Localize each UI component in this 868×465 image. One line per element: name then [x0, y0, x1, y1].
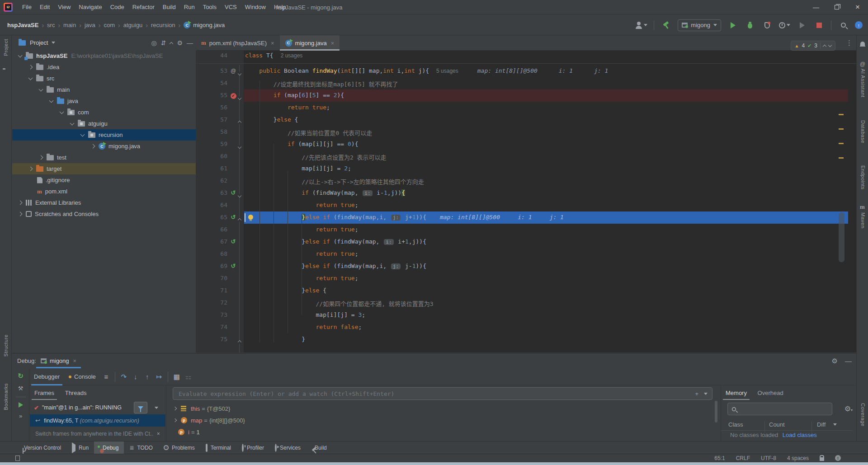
toolbar-item-services[interactable]: Services	[269, 442, 306, 454]
status-panel-icon[interactable]	[15, 456, 20, 461]
tab-debugger[interactable]: Debugger	[29, 368, 64, 385]
chevron-down-icon[interactable]	[60, 109, 64, 114]
menu-run[interactable]: Run	[180, 0, 199, 14]
line-number[interactable]: 58	[202, 128, 227, 135]
debug-minimize-icon[interactable]: —	[845, 357, 852, 365]
debug-session-tab[interactable]: migong ×	[36, 353, 81, 368]
line-number[interactable]: 60	[202, 153, 227, 160]
line-number[interactable]: 53	[202, 67, 227, 74]
editor-tab-migong-java[interactable]: Cmigong.java×	[280, 35, 340, 51]
fold-marker[interactable]	[236, 143, 242, 150]
tab-frames[interactable]: Frames	[30, 385, 59, 400]
toolbar-item-debug[interactable]: Debug	[94, 442, 124, 454]
menu-navigate[interactable]: Navigate	[75, 0, 106, 14]
tree-item--idea[interactable]: .idea	[12, 61, 196, 73]
tree-item-migong-java[interactable]: Cmigong.java	[12, 141, 196, 152]
indent-setting[interactable]: 4 spaces	[787, 455, 809, 461]
close-icon[interactable]: ×	[73, 357, 77, 364]
memory-settings-gear-icon[interactable]: ⚙▾	[844, 404, 853, 413]
breadcrumb-item-migong.java[interactable]: migong.java	[193, 22, 225, 28]
debug-settings-gear-icon[interactable]: ⚙	[832, 357, 838, 365]
line-number[interactable]: 70	[202, 275, 227, 282]
menu-build[interactable]: Build	[159, 0, 180, 14]
menu-tools[interactable]: Tools	[199, 0, 221, 14]
add-watch-icon[interactable]: +	[695, 390, 698, 397]
show-execution-point-button[interactable]: ≡	[100, 373, 112, 380]
chevron-right-icon[interactable]	[18, 201, 23, 205]
chevron-right-icon[interactable]	[28, 65, 33, 70]
fold-marker[interactable]	[236, 338, 242, 345]
fold-marker[interactable]	[236, 192, 242, 198]
fold-marker[interactable]	[236, 70, 242, 76]
toolbar-item-todo[interactable]: ≣TODO	[124, 442, 158, 454]
line-number[interactable]: 44	[202, 52, 227, 59]
line-number[interactable]: 71	[202, 287, 227, 294]
line-number[interactable]: 55	[202, 92, 227, 99]
tool-stripe-ai-assistant-button[interactable]: AI Assistant	[860, 69, 866, 99]
fold-marker[interactable]	[236, 94, 242, 101]
chevron-down-icon[interactable]	[49, 98, 54, 103]
evaluate-expression-button[interactable]: ▦	[171, 373, 183, 381]
tree-item-main[interactable]: main	[12, 84, 196, 95]
user-profile-button[interactable]	[635, 22, 647, 29]
usages-hint[interactable]: 5 usages	[436, 68, 458, 74]
close-hint-icon[interactable]: ×	[157, 431, 160, 437]
variable-row-this[interactable]: this={T@502}	[166, 403, 720, 414]
column-count[interactable]: Count	[769, 421, 785, 428]
breadcrumb-item-main[interactable]: main	[63, 22, 76, 28]
toolbar-item-profiler[interactable]: Profiler	[236, 442, 269, 454]
breadcrumb-item-atguigu[interactable]: atguigu	[123, 22, 143, 28]
stop-button[interactable]	[814, 20, 825, 31]
toolbar-item-problems[interactable]: !Problems	[158, 442, 200, 454]
tree-item-com[interactable]: com	[12, 107, 196, 118]
line-number[interactable]: 73	[202, 311, 227, 318]
breadcrumb-item-com[interactable]: com	[104, 22, 115, 28]
tree-item-external-libraries[interactable]: External Libraries	[12, 197, 196, 208]
chevron-down-icon[interactable]	[28, 75, 33, 80]
thread-selector[interactable]: ✔ "main"@1 in g...ain": RUNNING	[30, 401, 165, 414]
search-everywhere-button[interactable]	[838, 20, 849, 31]
event-log-icon[interactable]: !	[835, 455, 841, 461]
chevron-down-icon[interactable]	[52, 42, 55, 44]
hide-panel-button[interactable]: —	[187, 39, 193, 47]
tab-options-icon[interactable]: ⋮	[846, 39, 853, 47]
step-out-button[interactable]: ↑	[142, 373, 153, 380]
tool-stripe-bookmarks-button[interactable]: Bookmarks	[3, 383, 9, 412]
resume-button[interactable]	[19, 402, 23, 408]
close-icon[interactable]: ×	[331, 40, 335, 47]
project-panel-title[interactable]: Project	[30, 39, 48, 46]
line-number[interactable]: 72	[202, 299, 227, 306]
expand-chevron-icon[interactable]	[173, 418, 177, 422]
more-actions-button[interactable]: »	[19, 413, 22, 419]
chevron-down-icon[interactable]	[18, 53, 23, 57]
run-configuration-select[interactable]: migong	[678, 19, 721, 31]
tab-overhead[interactable]: Overhead	[753, 385, 788, 400]
menu-view[interactable]: View	[54, 0, 75, 14]
tree-item-atguigu[interactable]: atguigu	[12, 118, 196, 129]
lock-icon[interactable]	[820, 457, 824, 461]
maven-icon[interactable]: m	[860, 203, 865, 211]
chevron-down-icon[interactable]	[155, 407, 158, 409]
breadcrumb-item-recursion[interactable]: recursion	[151, 22, 175, 28]
step-over-button[interactable]: ↷	[118, 373, 130, 381]
tool-stripe-endpoints-button[interactable]: Endpoints	[860, 165, 866, 191]
line-number[interactable]: 61	[202, 165, 227, 172]
breadcrumb-item-java[interactable]: java	[85, 22, 95, 28]
next-problem-button[interactable]	[828, 43, 832, 47]
fold-marker[interactable]	[236, 216, 242, 223]
rerun-button[interactable]: ↻	[18, 372, 24, 380]
toolbar-item-terminal[interactable]: Terminal	[200, 442, 236, 454]
line-number[interactable]: 66	[202, 226, 227, 233]
line-number[interactable]: 65	[202, 214, 227, 221]
chevron-down-icon[interactable]	[80, 132, 85, 136]
close-icon[interactable]: ×	[271, 40, 274, 47]
line-number[interactable]: 62	[202, 177, 227, 184]
menu-refactor[interactable]: Refactor	[128, 0, 159, 14]
expand-chevron-icon[interactable]	[173, 407, 177, 410]
line-number[interactable]: 59	[202, 141, 227, 147]
variables-scrollbar[interactable]	[715, 401, 717, 423]
chevron-down-icon[interactable]	[70, 121, 75, 125]
collapse-all-button[interactable]	[170, 42, 173, 45]
line-number[interactable]: 57	[202, 116, 227, 123]
caret-position[interactable]: 65:1	[714, 455, 725, 461]
